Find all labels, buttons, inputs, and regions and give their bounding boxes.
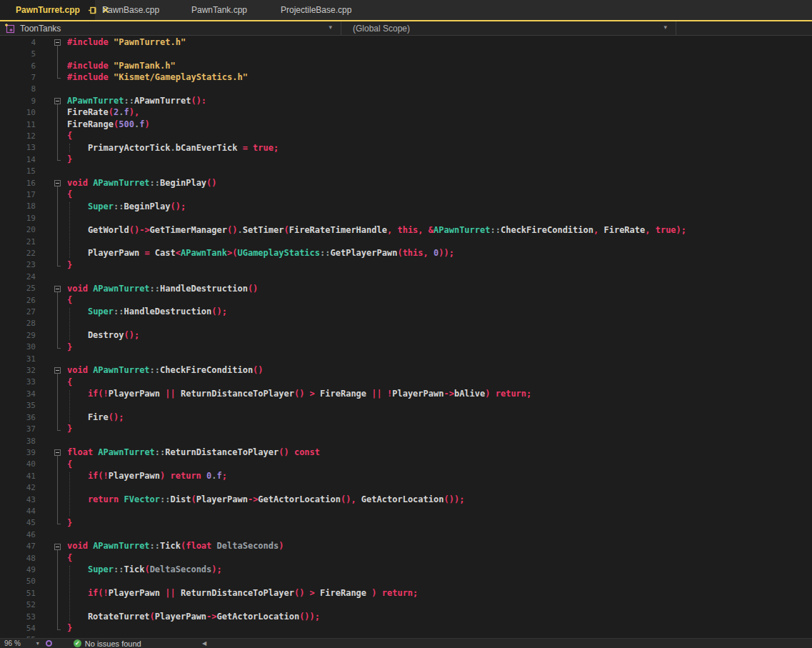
code-line[interactable]: 6#include "PawnTank.h": [0, 60, 812, 71]
code-line[interactable]: 17{: [0, 189, 812, 200]
line-number: 47: [0, 542, 36, 551]
code-editor-window: PawnTurret.cpp PawnBase.cppPawnTank.cppP…: [0, 0, 812, 648]
scope-dropdown-label: (Global Scope): [353, 24, 410, 34]
code-line[interactable]: 24: [0, 271, 812, 282]
code-line[interactable]: 45}: [0, 517, 812, 529]
active-tab-label: PawnTurret.cpp: [16, 5, 80, 15]
chevron-down-icon[interactable]: ▾: [663, 24, 667, 31]
no-issues-check-icon[interactable]: ✓: [74, 639, 81, 647]
scope-dropdown[interactable]: (Global Scope) ▾: [341, 21, 676, 35]
code-line[interactable]: 40{: [0, 459, 812, 470]
fold-marker[interactable]: [54, 286, 61, 292]
fold-marker[interactable]: [54, 544, 61, 550]
code-line[interactable]: 42: [0, 482, 812, 493]
code-line[interactable]: 11FireRange(500.f): [0, 119, 812, 130]
code-line[interactable]: 44: [0, 505, 812, 517]
indent-guide: [69, 472, 70, 517]
fold-extent-line: [57, 374, 61, 431]
fold-marker[interactable]: [54, 39, 61, 46]
code-line[interactable]: 20 GetWorld()->GetTimerManager().SetTime…: [0, 224, 812, 236]
code-line[interactable]: 13 PrimaryActorTick.bCanEverTick = true;: [0, 142, 812, 154]
chevron-down-icon[interactable]: ▾: [329, 24, 332, 31]
line-number: 50: [0, 577, 36, 586]
line-number: 22: [0, 249, 36, 258]
code-line[interactable]: 29 Destroy();: [0, 329, 812, 341]
code-line[interactable]: 33{: [0, 377, 812, 388]
code-line[interactable]: 9APawnTurret::APawnTurret():: [0, 95, 812, 106]
nav-empty-section: [676, 21, 812, 35]
code-line[interactable]: 15: [0, 165, 812, 176]
line-number: 13: [0, 143, 36, 152]
code-editor-area[interactable]: 4#include "PawnTurret.h"56#include "Pawn…: [0, 36, 812, 648]
code-line[interactable]: 7#include "Kismet/GameplayStatics.h": [0, 71, 812, 83]
code-line[interactable]: 48{: [0, 552, 812, 564]
code-line[interactable]: 36 Fire();: [0, 412, 812, 423]
code-line[interactable]: 38: [0, 435, 812, 447]
zoom-level-control[interactable]: 96 %: [4, 639, 21, 647]
editor-status-bar: 96 % ▾ ✓ No issues found ◀: [0, 638, 812, 648]
code-line[interactable]: 14}: [0, 154, 812, 165]
code-line[interactable]: 23}: [0, 259, 812, 271]
project-dropdown[interactable]: ToonTanks ▾: [0, 21, 341, 35]
code-line[interactable]: 35: [0, 400, 812, 412]
line-number: 29: [0, 331, 36, 340]
line-number: 39: [0, 448, 36, 457]
line-number: 21: [0, 237, 36, 246]
code-line[interactable]: 37}: [0, 423, 812, 434]
tab-pawnturret-active[interactable]: PawnTurret.cpp: [0, 0, 95, 20]
code-line[interactable]: 52: [0, 599, 812, 611]
indent-guide: [69, 144, 70, 152]
tab-pawntank-cpp[interactable]: PawnTank.cpp: [184, 0, 274, 20]
code-line[interactable]: 43 return FVector::Dist(PlayerPawn->GetA…: [0, 494, 812, 505]
code-line[interactable]: 49 Super::Tick(DeltaSeconds);: [0, 564, 812, 575]
document-health-icon[interactable]: [46, 640, 52, 647]
code-line[interactable]: 32void APawnTurret::CheckFireCondition(): [0, 364, 812, 376]
code-line[interactable]: 22 PlayerPawn = Cast<APawnTank>(UGamepla…: [0, 247, 812, 259]
line-number: 52: [0, 600, 36, 609]
code-line[interactable]: 39float APawnTurret::ReturnDistanceToPla…: [0, 447, 812, 458]
navigation-bar: ToonTanks ▾ (Global Scope) ▾: [0, 21, 812, 36]
line-number: 43: [0, 495, 36, 504]
code-line[interactable]: 21: [0, 236, 812, 247]
line-number: 12: [0, 131, 36, 141]
code-line[interactable]: 34 if(!PlayerPawn || ReturnDistanceToPla…: [0, 388, 812, 399]
line-number: 34: [0, 389, 36, 399]
code-line[interactable]: 26{: [0, 294, 812, 306]
code-text: }: [67, 342, 72, 353]
code-line[interactable]: 51 if(!PlayerPawn || ReturnDistanceToPla…: [0, 587, 812, 599]
code-text: void APawnTurret::HandleDestruction(): [67, 283, 258, 294]
fold-extent-line: [57, 186, 61, 266]
code-line[interactable]: 54}: [0, 622, 812, 634]
code-text: PrimaryActorTick.bCanEverTick = true;: [67, 142, 279, 154]
code-line[interactable]: 10FireRate(2.f),: [0, 106, 812, 118]
code-line[interactable]: 5: [0, 48, 812, 59]
code-line[interactable]: 50: [0, 576, 812, 587]
fold-marker[interactable]: [54, 98, 61, 104]
code-line[interactable]: 31: [0, 353, 812, 364]
code-line[interactable]: 30}: [0, 342, 812, 353]
code-line[interactable]: 47void APawnTurret::Tick(float DeltaSeco…: [0, 540, 812, 552]
code-line[interactable]: 41 if(!PlayerPawn) return 0.f;: [0, 470, 812, 482]
code-line[interactable]: 46: [0, 529, 812, 540]
tab-pawnbase-cpp[interactable]: PawnBase.cpp: [95, 0, 184, 20]
code-line[interactable]: 8: [0, 84, 812, 95]
fold-marker[interactable]: [54, 367, 61, 374]
tab-strip: PawnTurret.cpp PawnBase.cppPawnTank.cppP…: [0, 0, 812, 20]
code-line[interactable]: 4#include "PawnTurret.h": [0, 36, 812, 48]
code-line[interactable]: 53 RotateTurret(PlayerPawn->GetActorLoca…: [0, 611, 812, 622]
zoom-caret-icon[interactable]: ▾: [36, 640, 39, 647]
tab-projectilebase-cpp[interactable]: ProjectileBase.cpp: [274, 0, 363, 20]
code-text: #include "Kismet/GameplayStatics.h": [67, 71, 248, 83]
code-line[interactable]: 28: [0, 318, 812, 329]
code-line[interactable]: 19: [0, 212, 812, 224]
fold-marker[interactable]: [54, 449, 61, 456]
hscrollbar-left-arrow-icon[interactable]: ◀: [202, 640, 206, 647]
code-line[interactable]: 18 Super::BeginPlay();: [0, 201, 812, 212]
issues-status-message[interactable]: No issues found: [85, 639, 141, 648]
line-number: 24: [0, 272, 36, 281]
code-line[interactable]: 16void APawnTurret::BeginPlay(): [0, 177, 812, 189]
code-line[interactable]: 25void APawnTurret::HandleDestruction(): [0, 283, 812, 294]
code-line[interactable]: 12{: [0, 130, 812, 141]
code-line[interactable]: 27 Super::HandleDestruction();: [0, 306, 812, 317]
fold-marker[interactable]: [54, 180, 61, 186]
